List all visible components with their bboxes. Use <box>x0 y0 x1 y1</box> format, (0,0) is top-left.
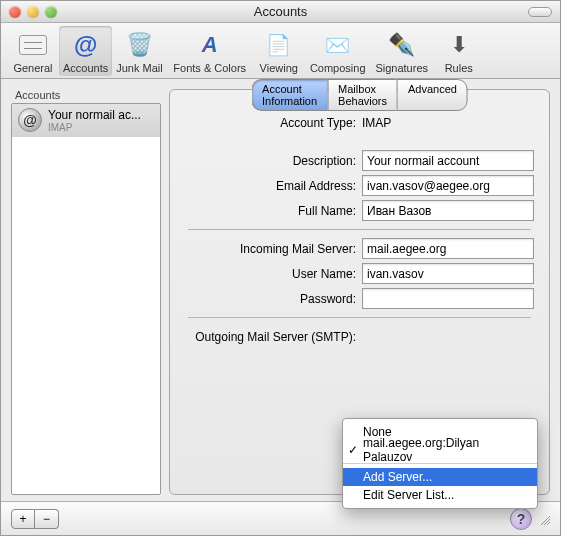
tab-bar: Account Information Mailbox Behaviors Ad… <box>251 79 468 111</box>
account-row[interactable]: @ Your normail ac... IMAP <box>12 104 160 137</box>
tab-mailbox-behaviors[interactable]: Mailbox Behaviors <box>327 79 397 111</box>
zoom-button[interactable] <box>45 6 57 18</box>
account-type: IMAP <box>48 122 141 133</box>
tab-account-information[interactable]: Account Information <box>251 79 327 111</box>
toolbar-accounts[interactable]: @ Accounts <box>59 26 112 76</box>
toolbar-label: Composing <box>310 62 366 74</box>
incoming-label: Incoming Mail Server: <box>182 242 362 256</box>
description-label: Description: <box>182 154 362 168</box>
toolbar-rules[interactable]: ⬇︎ Rules <box>433 26 485 76</box>
fullname-label: Full Name: <box>182 204 362 218</box>
username-input[interactable] <box>362 263 534 284</box>
toolbar-fonts-colors[interactable]: A Fonts & Colors <box>167 26 253 76</box>
separator <box>188 317 531 318</box>
account-list[interactable]: @ Your normail ac... IMAP <box>11 103 161 495</box>
account-texts: Your normail ac... IMAP <box>48 108 141 133</box>
email-label: Email Address: <box>182 179 362 193</box>
toolbar: General @ Accounts 🗑️ Junk Mail A Fonts … <box>1 23 560 79</box>
username-label: User Name: <box>182 267 362 281</box>
toolbar-label: Rules <box>445 62 473 74</box>
toolbar-toggle-button[interactable] <box>528 7 552 17</box>
close-button[interactable] <box>9 6 21 18</box>
toolbar-junk[interactable]: 🗑️ Junk Mail <box>112 26 166 76</box>
toolbar-label: Signatures <box>375 62 428 74</box>
tab-advanced[interactable]: Advanced <box>397 79 468 111</box>
separator <box>188 229 531 230</box>
smtp-label: Outgoing Mail Server (SMTP): <box>182 330 362 344</box>
account-form: Account Type: IMAP Description: Email Ad… <box>182 116 537 347</box>
incoming-server-input[interactable] <box>362 238 534 259</box>
accounts-sidebar: Accounts @ Your normail ac... IMAP <box>11 89 161 495</box>
toolbar-label: Junk Mail <box>116 62 162 74</box>
toolbar-signatures[interactable]: ✒️ Signatures <box>371 26 433 76</box>
email-input[interactable] <box>362 175 534 196</box>
smtp-menu-edit-list[interactable]: Edit Server List... <box>343 486 537 504</box>
fullname-input[interactable] <box>362 200 534 221</box>
rules-icon: ⬇︎ <box>443 29 475 61</box>
account-type-value: IMAP <box>362 116 391 130</box>
add-account-button[interactable]: + <box>11 509 35 529</box>
smtp-menu-add-server[interactable]: Add Server... <box>343 468 537 486</box>
at-icon: @ <box>70 29 102 61</box>
junk-icon: 🗑️ <box>123 29 155 61</box>
sidebar-header: Accounts <box>11 89 161 103</box>
composing-icon: ✉️ <box>322 29 354 61</box>
toolbar-viewing[interactable]: 📄 Viewing <box>253 26 305 76</box>
menu-item-label: Add Server... <box>363 470 432 484</box>
toolbar-label: Viewing <box>260 62 298 74</box>
help-button[interactable]: ? <box>510 508 532 530</box>
account-name: Your normail ac... <box>48 108 141 122</box>
fonts-icon: A <box>194 29 226 61</box>
account-icon: @ <box>18 108 42 132</box>
window-title: Accounts <box>1 4 560 19</box>
password-input[interactable] <box>362 288 534 309</box>
toolbar-label: Fonts & Colors <box>173 62 246 74</box>
checkmark-icon: ✓ <box>348 443 358 457</box>
menu-item-label: mail.aegee.org:Dilyan Palauzov <box>363 436 527 464</box>
remove-account-button[interactable]: − <box>35 509 59 529</box>
add-remove-segment: + − <box>11 509 59 529</box>
menu-item-label: Edit Server List... <box>363 488 454 502</box>
account-type-label: Account Type: <box>182 116 362 130</box>
signatures-icon: ✒️ <box>386 29 418 61</box>
titlebar[interactable]: Accounts <box>1 1 560 23</box>
toolbar-composing[interactable]: ✉️ Composing <box>305 26 371 76</box>
description-input[interactable] <box>362 150 534 171</box>
smtp-menu: None ✓ mail.aegee.org:Dilyan Palauzov Ad… <box>342 418 538 509</box>
slider-icon <box>17 29 49 61</box>
toolbar-label: Accounts <box>63 62 108 74</box>
minimize-button[interactable] <box>27 6 39 18</box>
password-label: Password: <box>182 292 362 306</box>
toolbar-label: General <box>13 62 52 74</box>
preferences-window: Accounts General @ Accounts 🗑️ Junk Mail… <box>0 0 561 536</box>
toolbar-general[interactable]: General <box>7 26 59 76</box>
viewing-icon: 📄 <box>263 29 295 61</box>
smtp-popup-button[interactable] <box>362 326 534 347</box>
window-controls <box>9 6 57 18</box>
smtp-menu-server[interactable]: ✓ mail.aegee.org:Dilyan Palauzov <box>343 441 537 459</box>
body: Accounts @ Your normail ac... IMAP Accou… <box>1 79 560 501</box>
resize-handle[interactable] <box>538 513 550 525</box>
